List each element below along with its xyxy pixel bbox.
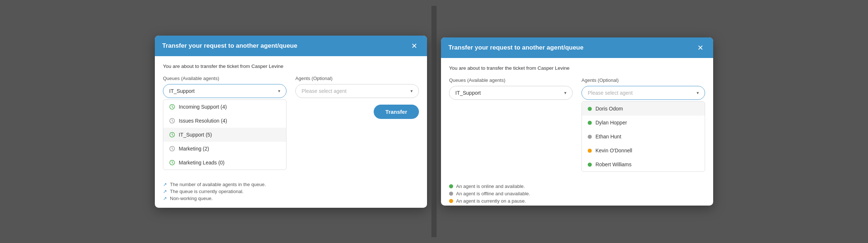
chevron-down-icon: ▾: [278, 88, 280, 94]
agent-item-dylan-hopper[interactable]: Dylan Hopper: [582, 116, 705, 130]
queue-item-label: IT_Support (5): [179, 132, 212, 138]
dialog-2-body: You are about to transfer the ticket fro…: [441, 58, 713, 180]
chevron-down-icon: ▾: [697, 90, 699, 95]
agent-name: Dylan Hopper: [595, 120, 627, 126]
annotation-3: ↗ Non-working queue.: [163, 196, 419, 201]
agent-item-ethan-hunt[interactable]: Ethan Hunt: [582, 130, 705, 144]
annotation-text: The queue is currently operational.: [170, 189, 243, 194]
dialog-1-agent-placeholder: Please select agent: [302, 88, 346, 94]
dialog-2-agent-select[interactable]: Please select agent ▾: [581, 86, 705, 100]
online-status-dot: [588, 121, 592, 125]
agent-item-kevin-odonnell[interactable]: Kevin O'Donnell: [582, 144, 705, 157]
dialog-1-header: Transfer your request to another agent/q…: [155, 36, 427, 56]
dialog-2-queues-label: Queues (Available agents): [449, 77, 573, 83]
clock-icon: [169, 104, 175, 110]
dialog-1-queue-selected-value: IT_Support: [169, 88, 195, 94]
dialog-2-agents-label: Agents (Optional): [581, 77, 705, 83]
offline-status-dot: [588, 135, 592, 139]
dialog-2-agent-placeholder: Please select agent: [588, 90, 633, 96]
dialog-1-queue-select[interactable]: IT_Support ▾: [163, 84, 287, 98]
dialog-1-agents-label: Agents (Optional): [295, 76, 419, 81]
clock-off-icon: [169, 146, 175, 152]
legend-pause: An agent is currently on a pause.: [449, 198, 713, 204]
annotation-text: Non-working queue.: [170, 196, 213, 201]
legend-online: An agent is online and available.: [449, 184, 713, 189]
queue-item-marketing-leads[interactable]: Marketing Leads (0): [163, 156, 286, 170]
agent-name: Kevin O'Donnell: [595, 148, 632, 153]
dialog-2-agent-dropdown: Doris Odom Dylan Hopper Ethan Hunt Kevin…: [581, 101, 705, 172]
dialog-1-close-button[interactable]: ✕: [409, 41, 420, 50]
dialog-1-queues-col: Queues (Available agents) IT_Support ▾ I…: [163, 76, 287, 170]
agent-name: Robert Williams: [595, 162, 632, 167]
queue-item-label: Marketing (2): [179, 146, 209, 152]
queue-item-it-support[interactable]: IT_Support (5): [163, 128, 286, 142]
legend-online-label: An agent is online and available.: [456, 184, 525, 189]
annotation-1: ↗ The number of available agents in the …: [163, 182, 419, 187]
legend-offline-dot: [449, 192, 453, 196]
dialog-2: Transfer your request to another agent/q…: [441, 37, 713, 206]
legend-pause-dot: [449, 199, 453, 203]
dialog-2-close-button[interactable]: ✕: [695, 43, 706, 52]
legend-offline-label: An agent is offline and unavailable.: [456, 191, 530, 196]
dialog-1-body: You are about to transfer the ticket fro…: [155, 56, 427, 178]
legend-online-dot: [449, 184, 453, 188]
online-status-dot: [588, 107, 592, 111]
dialog-2-queue-select[interactable]: IT_Support ▾: [449, 86, 573, 100]
pause-status-dot: [588, 149, 592, 153]
dialog-2-queue-selected-value: IT_Support: [455, 90, 481, 96]
transfer-button[interactable]: Transfer: [374, 105, 419, 119]
legend-pause-label: An agent is currently on a pause.: [456, 198, 526, 204]
agent-item-doris-odom[interactable]: Doris Odom: [582, 102, 705, 116]
clock-icon: [169, 160, 175, 166]
dialog-2-header: Transfer your request to another agent/q…: [441, 37, 713, 58]
dialog-2-queues-col: Queues (Available agents) IT_Support ▾: [449, 77, 573, 100]
dialog-2-title: Transfer your request to another agent/q…: [448, 44, 583, 51]
queue-item-marketing[interactable]: Marketing (2): [163, 142, 286, 156]
arrow-icon: ↗: [163, 196, 167, 201]
queue-item-issues-resolution[interactable]: Issues Resolution (4): [163, 114, 286, 128]
queue-item-incoming-support[interactable]: Incoming Support (4): [163, 100, 286, 114]
screen-divider: [431, 6, 437, 237]
dialog-1-title: Transfer your request to another agent/q…: [162, 42, 297, 50]
chevron-down-icon: ▾: [410, 88, 413, 94]
clock-icon: [169, 132, 175, 138]
agent-name: Doris Odom: [595, 106, 623, 112]
arrow-icon: ↗: [163, 189, 167, 194]
arrow-icon: ↗: [163, 182, 167, 187]
dialog-2-agents-col: Agents (Optional) Please select agent ▾ …: [581, 77, 705, 172]
annotation-2: ↗ The queue is currently operational.: [163, 189, 419, 194]
online-status-dot: [588, 163, 592, 167]
dialog-1-queue-dropdown: Incoming Support (4) Issues Resolution (…: [163, 99, 287, 170]
queue-item-label: Marketing Leads (0): [179, 160, 225, 166]
annotation-area: ↗ The number of available agents in the …: [155, 178, 427, 208]
queue-item-label: Issues Resolution (4): [179, 118, 227, 124]
agent-name: Ethan Hunt: [595, 134, 621, 139]
queue-item-label: Incoming Support (4): [179, 104, 227, 110]
chevron-down-icon: ▾: [564, 90, 566, 95]
dialog-1-agents-col: Agents (Optional) Please select agent ▾ …: [295, 76, 419, 119]
dialog-2-columns: Queues (Available agents) IT_Support ▾ A…: [449, 77, 705, 172]
dialog-2-subtitle: You are about to transfer the ticket fro…: [449, 65, 705, 71]
dialog-1: Transfer your request to another agent/q…: [155, 36, 427, 208]
legend-offline: An agent is offline and unavailable.: [449, 191, 713, 196]
dialog-1-queues-label: Queues (Available agents): [163, 76, 287, 81]
annotation-text: The number of available agents in the qu…: [170, 182, 266, 187]
dialog-1-agent-select[interactable]: Please select agent ▾: [295, 84, 419, 98]
agent-legend: An agent is online and available. An age…: [441, 180, 713, 204]
dialog-1-columns: Queues (Available agents) IT_Support ▾ I…: [163, 76, 419, 170]
dialog-1-subtitle: You are about to transfer the ticket fro…: [163, 64, 419, 69]
agent-item-robert-williams[interactable]: Robert Williams: [582, 157, 705, 171]
clock-off-icon: [169, 118, 175, 124]
